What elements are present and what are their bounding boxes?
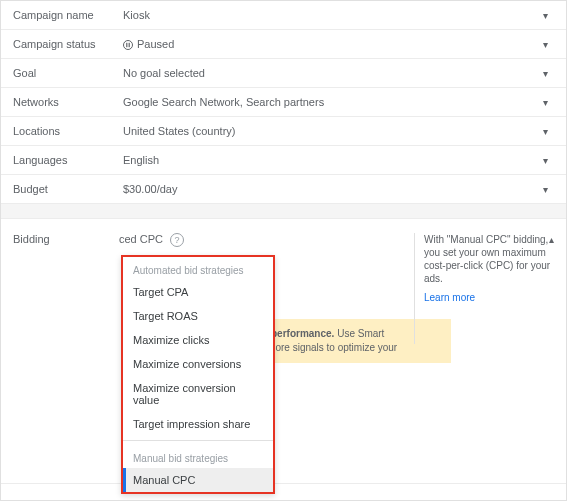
bidding-info-panel: ▴ With "Manual CPC" bidding, you set you… <box>424 233 554 304</box>
campaign-status-text: Paused <box>137 38 174 50</box>
bidding-section: Bidding ced CPC ? wer performance. Use S… <box>1 219 566 484</box>
bid-strategy-dropdown: Automated bid strategies Target CPA Targ… <box>121 255 275 494</box>
networks-label: Networks <box>13 96 123 108</box>
budget-label: Budget <box>13 183 123 195</box>
row-budget[interactable]: Budget $30.00/day ▾ <box>1 175 566 204</box>
bidding-label: Bidding <box>13 233 123 453</box>
campaign-status-label: Campaign status <box>13 38 123 50</box>
campaign-name-value: Kiosk <box>123 9 536 21</box>
bidding-info-text: With "Manual CPC" bidding, you set your … <box>424 234 550 284</box>
row-locations[interactable]: Locations United States (country) ▾ <box>1 117 566 146</box>
locations-label: Locations <box>13 125 123 137</box>
learn-more-link[interactable]: Learn more <box>424 291 554 304</box>
chevron-down-icon: ▾ <box>536 39 554 50</box>
dropdown-item-target-cpa[interactable]: Target CPA <box>123 280 273 304</box>
chevron-down-icon: ▾ <box>536 126 554 137</box>
chevron-down-icon: ▾ <box>536 184 554 195</box>
languages-value: English <box>123 154 536 166</box>
goal-label: Goal <box>13 67 123 79</box>
action-bar: CANCEL SAVE <box>1 484 566 501</box>
dropdown-section-manual: Manual bid strategies <box>123 445 273 468</box>
dropdown-separator <box>123 440 273 441</box>
row-goal[interactable]: Goal No goal selected ▾ <box>1 59 566 88</box>
row-networks[interactable]: Networks Google Search Network, Search p… <box>1 88 566 117</box>
campaign-name-label: Campaign name <box>13 9 123 21</box>
vertical-divider <box>414 233 415 344</box>
row-campaign-name[interactable]: Campaign name Kiosk ▾ <box>1 1 566 30</box>
dropdown-item-maximize-clicks[interactable]: Maximize clicks <box>123 328 273 352</box>
campaign-status-value: Paused <box>123 38 536 50</box>
svg-rect-1 <box>126 43 127 47</box>
dropdown-item-target-impression-share[interactable]: Target impression share <box>123 412 273 436</box>
networks-value: Google Search Network, Search partners <box>123 96 536 108</box>
dropdown-item-maximize-conversions[interactable]: Maximize conversions <box>123 352 273 376</box>
help-icon[interactable]: ? <box>170 233 184 247</box>
chevron-down-icon: ▾ <box>536 97 554 108</box>
dropdown-item-target-roas[interactable]: Target ROAS <box>123 304 273 328</box>
chevron-down-icon: ▾ <box>536 68 554 79</box>
svg-point-0 <box>124 41 133 50</box>
chevron-up-icon[interactable]: ▴ <box>549 233 554 246</box>
section-divider <box>1 204 566 219</box>
budget-value: $30.00/day <box>123 183 536 195</box>
warning-text1: Use Smart <box>334 328 384 339</box>
chevron-down-icon: ▾ <box>536 10 554 21</box>
row-campaign-status[interactable]: Campaign status Paused ▾ <box>1 30 566 59</box>
bid-strategy-select[interactable]: ced CPC ? <box>119 233 184 247</box>
goal-value: No goal selected <box>123 67 536 79</box>
bid-strategy-selected: ced CPC <box>119 233 163 245</box>
svg-rect-2 <box>129 43 130 47</box>
locations-value: United States (country) <box>123 125 536 137</box>
dropdown-section-automated: Automated bid strategies <box>123 257 273 280</box>
row-languages[interactable]: Languages English ▾ <box>1 146 566 175</box>
chevron-down-icon: ▾ <box>536 155 554 166</box>
languages-label: Languages <box>13 154 123 166</box>
pause-icon <box>123 38 133 50</box>
dropdown-item-manual-cpc[interactable]: Manual CPC <box>123 468 273 492</box>
dropdown-item-maximize-conversion-value[interactable]: Maximize conversion value <box>123 376 273 412</box>
